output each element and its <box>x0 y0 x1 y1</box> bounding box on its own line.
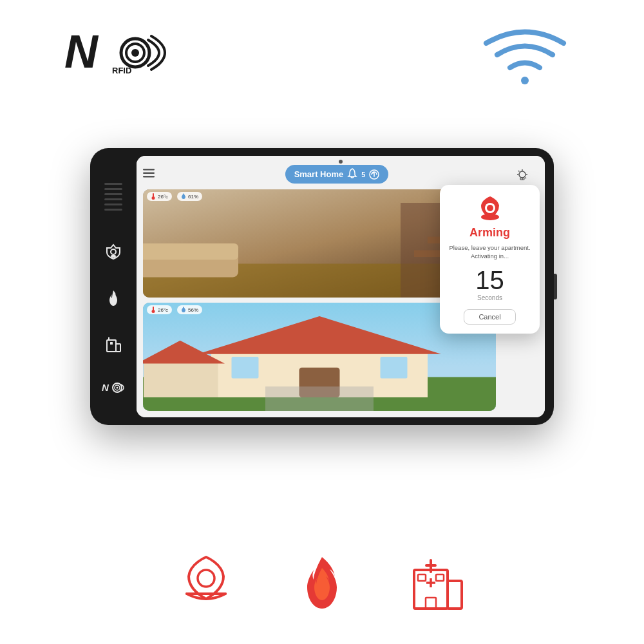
svg-point-4 <box>521 77 529 84</box>
arming-message: Please, leave your apartment. Activating… <box>448 243 532 261</box>
svg-line-48 <box>518 171 520 172</box>
device-sidebar: N <box>90 156 137 417</box>
svg-rect-39 <box>381 357 408 379</box>
room1-humidity: 61% <box>177 192 202 201</box>
speaker-grille <box>102 175 125 220</box>
notification-count: 5 <box>361 171 365 178</box>
svg-rect-18 <box>143 173 155 175</box>
bottom-police-icon <box>177 554 235 612</box>
svg-rect-78 <box>426 598 436 609</box>
arming-countdown: 15 <box>475 267 504 293</box>
svg-point-67 <box>481 214 499 220</box>
wifi-icon <box>483 26 567 93</box>
svg-rect-35 <box>144 359 218 397</box>
arming-seconds-label: Seconds <box>477 294 502 301</box>
home-pill[interactable]: Smart Home 5 <box>285 165 389 184</box>
arming-title: Arming <box>469 226 510 240</box>
svg-rect-71 <box>448 581 462 609</box>
nfc-icon: N <box>64 28 98 75</box>
side-button[interactable] <box>554 274 557 299</box>
svg-rect-7 <box>107 340 116 352</box>
police-sidebar-icon[interactable] <box>104 243 122 265</box>
svg-rect-38 <box>232 357 259 379</box>
svg-rect-77 <box>436 574 444 581</box>
svg-rect-8 <box>116 344 120 352</box>
top-left-icons: N RFID <box>64 26 169 77</box>
medical-sidebar-icon[interactable] <box>104 335 122 357</box>
svg-point-5 <box>111 249 116 254</box>
svg-text:RFID: RFID <box>112 66 131 75</box>
arming-modal: Arming Please, leave your apartment. Act… <box>440 185 540 334</box>
svg-line-49 <box>526 178 527 179</box>
rfid-icon: RFID <box>111 26 169 77</box>
arming-badge-icon <box>476 194 504 222</box>
svg-rect-9 <box>110 342 113 345</box>
svg-rect-40 <box>265 386 374 411</box>
svg-rect-24 <box>143 243 238 260</box>
svg-rect-76 <box>418 574 426 581</box>
cancel-arming-button[interactable]: Cancel <box>464 309 515 325</box>
nfc-rfid-sidebar-icon: N <box>102 381 125 399</box>
svg-rect-12 <box>108 338 109 339</box>
bottom-medical-icon <box>409 554 467 612</box>
notification-badge <box>347 168 357 180</box>
svg-text:N: N <box>102 382 109 393</box>
svg-point-30 <box>152 196 155 200</box>
room2-humidity: 56% <box>177 305 202 314</box>
svg-rect-19 <box>143 176 155 178</box>
screen-content: Smart Home 5 <box>137 156 545 417</box>
bottom-fire-icon <box>299 554 345 612</box>
room2-overlay: 26°c 56% <box>147 305 202 314</box>
camera-dot <box>339 160 343 164</box>
fire-sidebar-icon[interactable] <box>106 289 121 311</box>
svg-rect-70 <box>414 570 448 609</box>
room1-overlay: 26°c 61% <box>147 192 202 201</box>
svg-point-16 <box>117 387 118 389</box>
room1-temp: 26°c <box>147 192 172 201</box>
svg-point-68 <box>198 570 214 587</box>
svg-point-42 <box>152 310 155 313</box>
svg-rect-17 <box>143 169 155 171</box>
screen-header: Smart Home 5 <box>143 165 538 184</box>
svg-point-43 <box>519 171 526 178</box>
bottom-icons <box>177 554 467 612</box>
svg-rect-6 <box>111 255 116 258</box>
svg-point-66 <box>487 205 493 211</box>
home-title: Smart Home <box>294 169 344 179</box>
svg-point-2 <box>131 49 139 57</box>
smart-home-device: N Smart Home <box>90 148 554 425</box>
device-screen: Smart Home 5 <box>137 156 545 417</box>
room2-temp: 26°c <box>147 305 172 314</box>
hamburger-icon[interactable] <box>143 167 155 181</box>
